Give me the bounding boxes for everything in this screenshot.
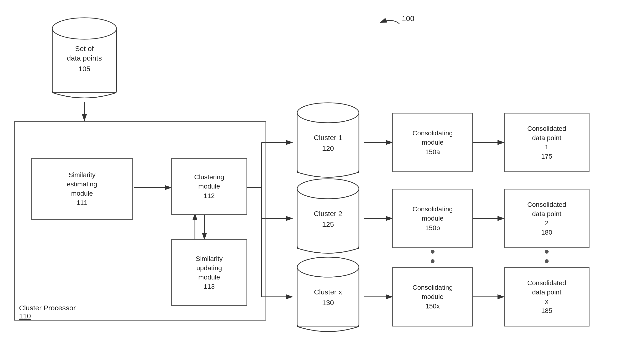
svg-text:Cluster 2: Cluster 2 [314,210,342,218]
consolidated-point-x: Consolidated data point x 185 [504,267,589,326]
similarity-updating-box: Similarity updating module 113 [171,239,247,306]
dataset-cylinder-svg: Set of data points 105 [48,14,121,105]
svg-point-21 [431,259,435,263]
consolidating-module-150x: Consolidating module 150x [392,267,473,326]
cluster-processor-label: Cluster Processor 110 [19,304,76,320]
ref-100-label: 100 [402,14,414,23]
svg-point-32 [297,103,359,123]
svg-text:Cluster x: Cluster x [314,288,342,296]
svg-text:Cluster 1: Cluster 1 [314,134,342,141]
consolidating-module-150a: Consolidating module 150a [392,113,473,172]
consolidated-point-1: Consolidated data point 1 175 [504,113,589,172]
cluster-x-cylinder: Cluster x 130 [292,254,364,340]
consolidated-point-2: Consolidated data point 2 180 [504,189,589,248]
svg-point-27 [52,18,116,39]
svg-point-23 [545,250,549,254]
clustering-module-box: Clustering module 112 [171,158,247,215]
dataset-cylinder: Set of data points 105 [48,14,121,105]
svg-point-20 [431,250,435,254]
svg-text:130: 130 [322,299,334,306]
cluster-1-cylinder: Cluster 1 120 [292,100,364,185]
svg-text:105: 105 [78,65,90,73]
svg-text:120: 120 [322,144,334,152]
svg-text:125: 125 [322,220,334,228]
cluster-2-cylinder: Cluster 2 125 [292,176,364,261]
svg-point-40 [297,257,359,277]
svg-text:data points: data points [67,54,102,62]
svg-point-24 [545,259,549,263]
consolidating-module-150b: Consolidating module 150b [392,189,473,248]
svg-text:Set of: Set of [75,45,94,53]
svg-point-36 [297,179,359,199]
similarity-estimating-box: Similarity estimating module 111 [31,158,133,220]
diagram-container: 100 Set of data points 105 Cluster Proce… [0,0,628,364]
